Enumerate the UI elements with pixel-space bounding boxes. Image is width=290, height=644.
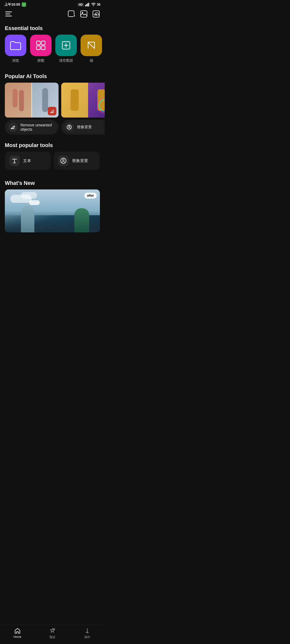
top-navigation [0, 8, 105, 20]
tool-trace-icon-box[interactable] [81, 35, 102, 56]
svg-rect-18 [41, 41, 45, 45]
essential-tools-scroll[interactable]: 浏览 拼图 [0, 35, 105, 68]
tool-trace[interactable]: 描 [81, 35, 102, 63]
tool-clear-layers-icon-box[interactable] [55, 35, 77, 56]
remove-objects-text: Remove unwanted objects [20, 123, 55, 131]
figure-1 [13, 89, 17, 108]
essential-tools-section: Essential tools 浏览 [0, 20, 105, 68]
ai-card-remove-objects[interactable]: Remove unwanted objects [5, 83, 59, 135]
most-popular-tools-title: Most popular tools [0, 137, 105, 152]
svg-rect-20 [41, 46, 45, 50]
person-silhouette-2 [74, 208, 89, 232]
person-silhouette-1 [21, 206, 34, 232]
add-layer-icon [61, 40, 71, 51]
tool-browse-icon-box[interactable] [5, 35, 26, 56]
signal-icon [85, 3, 90, 6]
popular-ai-tools-section: Popular AI Tools [0, 68, 105, 137]
svg-rect-19 [37, 46, 40, 50]
person-yellow [71, 89, 79, 111]
app-notification-icon: ↓ [22, 2, 26, 7]
tool-clear-layers[interactable]: 清空图层 [55, 35, 77, 63]
svg-point-27 [69, 126, 70, 127]
text-tool-label: 文本 [23, 158, 31, 163]
replace-bg-btn-icon [64, 122, 74, 132]
popular-ai-tools-title: Popular AI Tools [0, 68, 105, 83]
tool-clear-layers-label: 清空图层 [59, 58, 73, 63]
collage-icon [35, 40, 46, 51]
remove-objects-bg [5, 83, 59, 118]
popular-text-tool[interactable]: 文本 [5, 152, 51, 170]
replace-right [88, 83, 105, 118]
status-bar: 上午10:05 ↓ HD 36 [0, 0, 105, 8]
whats-new-section: What's New after [0, 175, 105, 232]
whats-new-title: What's New [0, 175, 105, 189]
ai-tools-scroll[interactable]: Remove unwanted objects [0, 83, 105, 137]
svg-rect-5 [88, 3, 89, 6]
popular-tools-grid: 文本 替换背景 [0, 152, 105, 175]
text-icon [11, 158, 18, 164]
tool-trace-label: 描 [90, 58, 93, 63]
replace-left [61, 83, 88, 118]
new-canvas-button[interactable] [68, 10, 75, 18]
ai-card-replace-bg[interactable]: 替换背景 [61, 83, 105, 135]
svg-text:↓: ↓ [23, 3, 25, 6]
remove-objects-image [5, 83, 59, 118]
status-right: HD 36 [78, 3, 100, 6]
tool-browse[interactable]: 浏览 [5, 35, 26, 63]
menu-button[interactable] [5, 10, 12, 18]
tool-browse-label: 浏览 [12, 58, 19, 63]
svg-rect-9 [68, 11, 74, 17]
whats-new-image[interactable]: after [5, 189, 100, 232]
remove-objects-label-bar[interactable]: Remove unwanted objects [5, 120, 59, 135]
replace-bg-scene [61, 83, 105, 118]
eraser-icon [10, 125, 16, 130]
replace-bg-tool-icon-box [58, 155, 69, 166]
svg-point-29 [63, 159, 64, 161]
replace-bg-text: 替换背景 [77, 125, 92, 130]
cloud-button[interactable] [92, 10, 100, 18]
figure-2 [19, 90, 24, 111]
most-popular-tools-section: Most popular tools 文本 [0, 137, 105, 175]
popular-replace-bg-tool[interactable]: 替换背景 [54, 152, 100, 170]
eraser-badge [48, 107, 56, 115]
cloud-icon [93, 10, 100, 17]
img-left-figures [13, 89, 24, 111]
replace-bg-icon [67, 125, 72, 130]
divider-line [31, 83, 32, 118]
img-left [5, 83, 32, 118]
replace-bg-icon-2 [60, 158, 67, 164]
trace-icon [86, 40, 97, 51]
svg-rect-8 [5, 16, 12, 17]
figure-3 [42, 88, 48, 112]
sunglasses [29, 200, 40, 205]
tool-collage-icon-box[interactable] [30, 35, 52, 56]
svg-rect-2 [85, 5, 86, 6]
svg-rect-3 [86, 4, 87, 6]
replace-bg-image [61, 83, 105, 118]
top-nav-right [68, 10, 100, 18]
svg-rect-7 [5, 14, 10, 14]
status-time: 上午10:05 ↓ [4, 2, 26, 7]
wifi-icon [91, 3, 96, 6]
hamburger-icon [5, 12, 12, 16]
tool-collage[interactable]: 拼图 [30, 35, 52, 63]
eraser-icon-small [50, 109, 55, 114]
after-badge: after [84, 193, 97, 199]
cloud-2 [21, 192, 37, 199]
svg-rect-17 [37, 41, 40, 45]
svg-rect-6 [5, 12, 12, 12]
remove-objects-btn-icon [8, 122, 18, 132]
svg-rect-4 [87, 3, 88, 6]
gallery-button[interactable] [80, 10, 88, 18]
replace-bg-tool-label: 替换背景 [72, 158, 88, 163]
tool-collage-label: 拼图 [37, 58, 44, 63]
replace-bg-label-bar[interactable]: 替换背景 [61, 120, 105, 135]
folder-icon [10, 41, 21, 50]
gallery-icon [80, 10, 87, 17]
new-canvas-icon [68, 10, 75, 17]
text-tool-icon-box [9, 155, 20, 166]
essential-tools-title: Essential tools [0, 20, 105, 35]
